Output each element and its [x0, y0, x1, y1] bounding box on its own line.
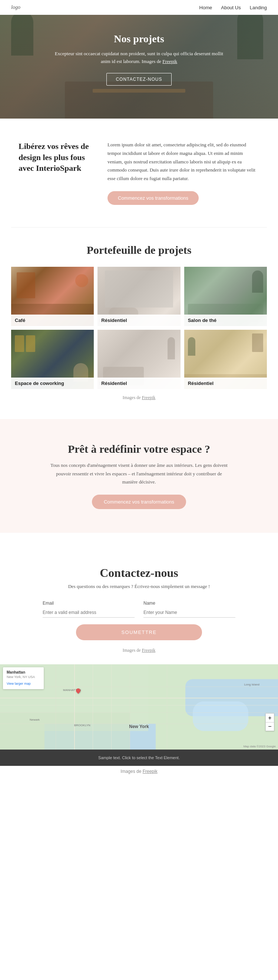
intro-left: Libérez vos rêves de design les plus fou… [19, 141, 93, 174]
portfolio-title: Portefeuille de projets [11, 244, 267, 256]
portfolio-label-residentiel3: Résidentiel [184, 377, 267, 389]
map-zoom-out[interactable]: − [265, 722, 274, 731]
intro-body: Lorem ipsum dolor sit amet, consectetur … [107, 141, 259, 183]
hero-description: Excepteur sint occaecat cupidatat non pr… [54, 50, 224, 65]
portfolio-label-coworking: Espace de coworking [11, 377, 94, 389]
nav-link-about[interactable]: About Us [221, 5, 241, 10]
contact-section: Contactez-nous Des questions ou des rema… [0, 544, 278, 660]
portfolio-item-residentiel2[interactable]: Résidentiel [97, 330, 180, 389]
intro-section: Libérez vos rêves de design les plus fou… [0, 119, 278, 227]
portfolio-item-cafe[interactable]: Café [11, 267, 94, 326]
footer-sample-text: Sample text. Click to select the Text El… [11, 756, 267, 760]
email-label: Email [43, 601, 134, 606]
map-container: New York MANHATTAN Newark BROOKLYN Long … [0, 664, 278, 749]
name-input[interactable] [144, 608, 235, 618]
cta-button[interactable]: Commencez vos transformations [92, 495, 186, 509]
intro-right: Lorem ipsum dolor sit amet, consectetur … [107, 141, 259, 205]
portfolio-item-residentiel1[interactable]: Résidentiel [97, 267, 180, 326]
cta-title: Prêt à redéfinir votre espace ? [15, 443, 263, 455]
hero-section: Nos projets Excepteur sint occaecat cupi… [0, 0, 278, 119]
portfolio-item-residentiel3[interactable]: Résidentiel [184, 330, 267, 389]
navigation: logo Home About Us Landing [0, 0, 278, 15]
map-zoom-controls: + − [265, 713, 274, 731]
email-input[interactable] [43, 608, 134, 618]
contact-freepik-note: Images de Freepik [15, 648, 263, 653]
nav-links: Home About Us Landing [200, 5, 267, 10]
portfolio-label-residentiel2: Résidentiel [97, 377, 180, 389]
portfolio-item-salon-the[interactable]: Salon de thé [184, 267, 267, 326]
logo: logo [11, 5, 21, 10]
map-view-larger[interactable]: View larger map [7, 682, 31, 686]
nav-link-home[interactable]: Home [200, 5, 212, 10]
hero-freepik-link[interactable]: Freepik [162, 59, 177, 64]
email-group: Email [43, 601, 134, 618]
hero-title: Nos projets [54, 33, 224, 45]
contact-title: Contactez-nous [15, 566, 263, 580]
portfolio-section: Portefeuille de projets Café Résidentiel [0, 228, 278, 408]
contact-form: Email Name SOUMETTRE [43, 601, 235, 640]
portfolio-label-salon-the: Salon de thé [184, 315, 267, 326]
footer-freepik: Images de Freepik [0, 766, 278, 777]
portfolio-label-residentiel1: Résidentiel [97, 315, 180, 326]
submit-button[interactable]: SOUMETTRE [76, 624, 202, 640]
contact-subtitle: Des questions ou des remarques ? Écrivez… [15, 584, 263, 589]
hero-content: Nos projets Excepteur sint occaecat cupi… [24, 33, 254, 86]
portfolio-label-cafe: Café [11, 315, 94, 326]
cta-description: Tous nos concepts d'aménagement visent à… [50, 461, 228, 487]
portfolio-freepik-link[interactable]: Freepik [142, 395, 156, 400]
footer: Sample text. Click to select the Text El… [0, 749, 278, 766]
map-location-title: Manhattan [7, 670, 40, 675]
nav-link-landing[interactable]: Landing [250, 5, 267, 10]
footer-freepik-link[interactable]: Freepik [143, 769, 158, 774]
intro-cta-button[interactable]: Commencez vos transformations [107, 191, 199, 205]
cta-section: Prêt à redéfinir votre espace ? Tous nos… [0, 419, 278, 533]
map-location-address: New York, NY USA [7, 675, 40, 679]
portfolio-item-coworking[interactable]: Espace de coworking [11, 330, 94, 389]
name-label: Name [144, 601, 235, 606]
hero-cta-button[interactable]: CONTACTEZ-NOUS [106, 73, 171, 86]
map-attribution: Map data ©2023 Google [243, 745, 276, 748]
contact-freepik-link[interactable]: Freepik [142, 648, 156, 653]
name-group: Name [144, 601, 235, 618]
intro-heading: Libérez vos rêves de design les plus fou… [19, 141, 93, 174]
portfolio-freepik-note: Images de Freepik [11, 395, 267, 401]
map-info-box: Manhattan New York, NY USA View larger m… [3, 667, 44, 689]
map-zoom-in[interactable]: + [265, 713, 274, 722]
portfolio-grid: Café Résidentiel Salon de thé [11, 267, 267, 389]
